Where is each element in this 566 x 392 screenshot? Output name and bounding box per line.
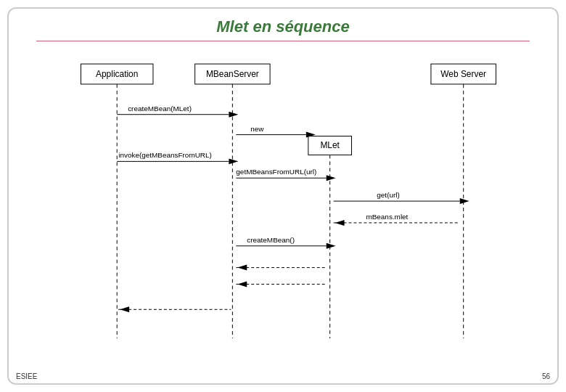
msg-new-label: new xyxy=(250,125,264,133)
arrow-invoke xyxy=(229,158,238,164)
arrow-return3 xyxy=(120,306,129,312)
actor-mbeanserver-label: MBeanServer xyxy=(206,69,259,79)
arrow-return2 xyxy=(237,281,247,287)
actor-webserver-label: Web Server xyxy=(440,69,486,79)
footer-label: ESIEE xyxy=(16,372,37,380)
diagram-area: Application MBeanServer MLet Web Server … xyxy=(9,52,557,372)
title-divider xyxy=(36,41,530,41)
msg-createMBean2-label: createMBean() xyxy=(247,236,295,244)
arrow-getmbeans xyxy=(327,175,336,181)
actor-application-label: Application xyxy=(96,69,138,79)
page-number: 56 xyxy=(542,372,550,380)
msg-getmbeans-label: getMBeansFromURL(url) xyxy=(236,168,316,176)
msg-invoke-label: invoke(getMBeansFromURL) xyxy=(118,151,212,159)
msg-createMBean-label: createMBean(MLet) xyxy=(128,105,192,113)
arrow-return1 xyxy=(237,265,247,271)
sequence-diagram: Application MBeanServer MLet Web Server … xyxy=(9,52,557,372)
arrow-createMBean xyxy=(229,112,238,118)
slide-title: Mlet en séquence xyxy=(9,9,557,41)
msg-get-label: get(url) xyxy=(377,191,399,199)
arrow-mbeans-return xyxy=(335,220,345,226)
actor-mlet-label: MLet xyxy=(320,140,340,150)
msg-mbeans-label: mBeans.mlet xyxy=(366,213,408,221)
arrow-createMBean2 xyxy=(327,243,336,249)
arrow-get xyxy=(460,198,469,204)
slide-container: Mlet en séquence Application MBeanServer… xyxy=(7,7,559,385)
